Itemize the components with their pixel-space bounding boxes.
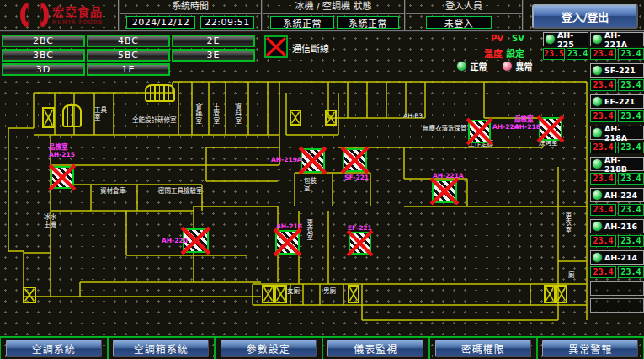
pv-value: 23.4 — [590, 173, 616, 185]
bottom-nav-bar: 空調系統空調箱系統參數設定儀表監視密碼權限異常警報 — [0, 336, 644, 359]
equipment-box[interactable]: AH-214 — [590, 250, 644, 265]
pv-value: 23.4 — [590, 79, 616, 91]
bottom-nav-section: 空調箱系統 — [108, 337, 216, 359]
status-led-icon — [545, 34, 556, 45]
bottom-nav-section: 空調系統 — [0, 337, 108, 359]
unit-label-ef-221: EF-221 — [348, 224, 372, 232]
stairs-icon — [62, 104, 82, 127]
nav-button-0[interactable]: 空調系統 — [6, 340, 102, 357]
logo-subtitle: HUNYA FOODS — [52, 19, 103, 24]
shaft-x-icon — [274, 285, 287, 303]
login-logout-button[interactable]: 登入/登出 — [532, 4, 638, 29]
equipment-empty-slot — [590, 298, 644, 313]
floor-button-3d[interactable]: 3D — [2, 63, 85, 76]
status-led-icon — [592, 252, 603, 263]
status-led-icon — [592, 34, 603, 45]
sv-legend: SV — [512, 34, 524, 43]
shaft-x-icon — [348, 285, 359, 303]
nav-button-4[interactable]: 密碼權限 — [435, 340, 531, 357]
shaft-x-icon — [290, 110, 301, 126]
unit-label-sf-221: SF-221 — [344, 174, 369, 181]
room-label: 冰水 主機 — [44, 214, 56, 228]
floor-button-2e[interactable]: 2E — [172, 35, 255, 47]
equipment-values: 23.423.4 — [590, 110, 644, 122]
abnormal-legend: 異常 — [502, 60, 532, 72]
floor-button-5bc[interactable]: 5BC — [87, 49, 170, 62]
alarm-x-icon — [274, 228, 301, 256]
pv-value: 23.5 — [543, 48, 565, 60]
sv-value: 23.4 — [618, 110, 644, 122]
chiller-status-value: 系統正常 — [270, 16, 334, 29]
floor-button-3bc[interactable]: 3BC — [2, 49, 85, 62]
sv-value: 23.4 — [618, 48, 644, 60]
room-label: AH-B3 — [403, 113, 423, 121]
status-led-icon — [592, 158, 603, 169]
ahu-unit-ah-219a[interactable] — [301, 148, 325, 173]
ahu-unit-sf-221[interactable] — [343, 148, 367, 172]
nav-button-2[interactable]: 參數設定 — [221, 340, 317, 357]
bottom-nav-section: 參數設定 — [215, 337, 322, 359]
ac-status-value: 系統正常 — [337, 16, 399, 29]
equipment-box[interactable]: AH-218B — [590, 157, 644, 171]
equipment-top-left: AH-225 23.5 23.4 — [543, 32, 588, 60]
stairs-icon — [145, 84, 175, 102]
status-led-icon — [592, 221, 603, 232]
nav-button-1[interactable]: 空調箱系統 — [113, 340, 209, 357]
pv-legend: PV — [491, 34, 503, 43]
room-label: 資料室 — [233, 103, 241, 125]
room-label: 全能設計研修室 — [132, 117, 177, 125]
equipment-box[interactable]: AH-216 — [590, 219, 644, 233]
nav-button-5[interactable]: 異常警報 — [542, 340, 638, 357]
system-date-value: 2024/12/12 — [126, 16, 195, 29]
room-label: 更衣室 — [563, 212, 571, 234]
ahu-unit-ah-224[interactable] — [468, 120, 491, 143]
equipment-box[interactable]: SF-221 — [590, 63, 644, 78]
bottom-nav-section: 密碼權限 — [429, 337, 537, 359]
shaft-x-icon — [544, 285, 556, 303]
equipment-name: AH-214 — [604, 253, 637, 262]
equipment-entry: SF-22123.423.4 — [590, 63, 644, 91]
ahu-unit-ah-215[interactable] — [51, 166, 74, 189]
equipment-name: SF-221 — [604, 66, 636, 75]
ahu-unit-ef-221[interactable] — [349, 232, 371, 255]
equipment-box[interactable]: AH-225 — [543, 32, 588, 46]
floor-button-1e[interactable]: 1E — [87, 63, 170, 76]
ahu-unit-ah-218[interactable] — [539, 117, 562, 141]
company-logo: 宏亞食品 HUNYA FOODS — [0, 0, 118, 30]
equipment-box[interactable]: AH-224 — [590, 188, 644, 202]
room-label: 包裝 室 — [304, 178, 317, 192]
equipment-name: AH-221A — [604, 30, 643, 49]
equipment-box[interactable]: AH-218A — [590, 126, 644, 140]
alarm-x-icon — [537, 115, 564, 142]
equipment-name: AH-216 — [604, 222, 637, 231]
sv-value: 23.4 — [567, 48, 588, 60]
alarm-x-icon — [341, 147, 369, 174]
equipment-values: 23.423.4 — [590, 173, 644, 185]
logo-title: 宏亞食品 — [52, 6, 103, 18]
pv-value: 23.4 — [590, 110, 616, 122]
nav-button-3[interactable]: 儀表監視 — [327, 340, 423, 357]
equipment-box[interactable]: EF-221 — [590, 94, 644, 109]
equipment-values: 23.423.4 — [590, 204, 644, 216]
room-label: 密閉工具檢驗室 — [158, 188, 203, 196]
unit-label-ah-220: AH-220 — [162, 237, 188, 244]
equipment-column: AH-221A23.423.4SF-22123.423.4EF-22123.42… — [590, 32, 644, 315]
sv-value: 23.4 — [618, 173, 644, 185]
floor-button-2bc[interactable]: 2BC — [2, 35, 85, 47]
status-led-icon — [592, 96, 603, 107]
machine-status-label: 冰機 / 空調機 狀態 — [263, 0, 404, 14]
unit-label-ah-215: 品檢室 AH-215 — [49, 143, 75, 158]
sv-value: 23.4 — [618, 79, 644, 91]
logo-icon — [20, 3, 49, 28]
floor-button-3e[interactable]: 3E — [172, 49, 255, 62]
room-label: 資材倉庫 — [100, 188, 125, 196]
alarm-x-icon — [49, 164, 76, 190]
alarm-x-icon — [299, 147, 327, 174]
ahu-unit-ah-216[interactable] — [275, 230, 300, 255]
equipment-name: AH-225 — [557, 30, 588, 49]
equipment-box[interactable]: AH-221A — [590, 32, 644, 46]
temp-legend: 溫度 — [484, 46, 503, 60]
ahu-unit-ah-221a[interactable] — [432, 180, 457, 203]
sv-value: 23.4 — [618, 142, 644, 153]
floor-button-4bc[interactable]: 4BC — [87, 35, 170, 47]
